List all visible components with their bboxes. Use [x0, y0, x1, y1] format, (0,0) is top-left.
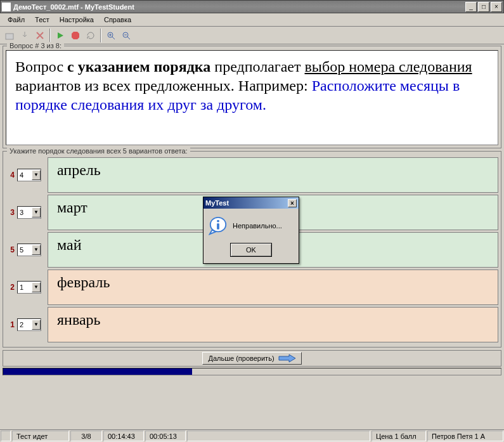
dialog-close-button[interactable]: × — [288, 199, 297, 207]
next-check-button[interactable]: Дальше (проверить) — [202, 352, 301, 365]
status-cell — [187, 431, 370, 441]
window-titlebar: ДемоТест_0002.mtf - MyTestStudent _ □ × — [0, 0, 504, 13]
stop-icon[interactable] — [68, 29, 82, 42]
toolbar-separator — [49, 29, 51, 42]
minimize-button[interactable]: _ — [465, 2, 477, 12]
dropdown-arrow-icon: ▼ — [32, 320, 41, 330]
next-button-panel: Дальше (проверить) — [3, 350, 501, 367]
order-value: 2 — [18, 321, 32, 328]
order-value: 3 — [18, 209, 32, 216]
info-icon — [209, 216, 228, 235]
dialog-body: Неправильно... — [204, 209, 299, 243]
order-select[interactable]: 4▼ — [17, 169, 41, 181]
close-button[interactable]: × — [491, 2, 502, 12]
zoom-out-icon[interactable] — [119, 29, 133, 42]
order-select[interactable]: 3▼ — [17, 206, 41, 219]
dropdown-arrow-icon: ▼ — [32, 245, 41, 255]
answer-card[interactable]: январь — [48, 307, 498, 342]
dropdown-arrow-icon: ▼ — [32, 170, 41, 180]
toolbar — [0, 27, 504, 44]
next-button-label: Дальше (проверить) — [208, 354, 274, 362]
order-select[interactable]: 1▼ — [17, 281, 41, 294]
order-value: 5 — [18, 246, 32, 254]
progress-fill — [3, 368, 192, 375]
open-icon[interactable] — [3, 29, 16, 42]
order-value: 4 — [18, 171, 32, 179]
status-progress: 3/8 — [70, 431, 102, 441]
answer-row: 4 4▼ апрель — [6, 157, 498, 193]
statusbar: Тест идет 3/8 00:14:43 00:05:13 Цена 1 б… — [0, 429, 504, 442]
app-icon — [2, 3, 11, 11]
order-select[interactable]: 5▼ — [17, 244, 41, 256]
svg-marker-1 — [72, 32, 79, 39]
window-title: ДемоТест_0002.mtf - MyTestStudent — [13, 3, 464, 11]
svg-rect-6 — [217, 223, 219, 229]
status-time-question: 00:05:13 — [145, 431, 186, 441]
svg-point-5 — [217, 220, 219, 223]
dialog-title: MyTest — [205, 199, 229, 207]
dialog-actions: OK — [204, 243, 299, 263]
order-value: 1 — [18, 283, 32, 291]
answer-number: 2 — [6, 283, 15, 292]
answer-card[interactable]: апрель — [48, 157, 498, 193]
message-dialog: MyTest × Неправильно... OK — [203, 197, 299, 264]
answer-row: 1 2▼ январь — [6, 307, 498, 342]
status-score: Цена 1 балл — [372, 431, 426, 441]
status-test-running: Тест идет — [12, 431, 69, 441]
toolbar-separator — [100, 29, 101, 42]
answer-row: 2 1▼ февраль — [6, 270, 498, 305]
question-text-part: вариантов из всех предложенных. Например… — [15, 77, 312, 94]
dropdown-arrow-icon: ▼ — [32, 282, 41, 292]
status-cell — [1, 431, 11, 441]
refresh-icon[interactable] — [84, 29, 98, 42]
order-select[interactable]: 2▼ — [17, 318, 41, 331]
question-number-label: Вопрос # 3 из 8: — [7, 42, 64, 49]
menubar: Файл Тест Настройка Справка — [0, 13, 504, 27]
cancel-icon[interactable] — [33, 29, 47, 42]
answers-header-label: Укажите порядок следования всех 5 вариан… — [7, 147, 190, 155]
arrow-right-icon — [278, 354, 296, 363]
question-text-part: Вопрос — [15, 58, 67, 75]
answer-number: 5 — [6, 245, 15, 254]
status-user: Петров Петя 1 А — [427, 431, 503, 441]
question-text: Вопрос с указанием порядка предполагает … — [6, 50, 498, 145]
status-time-total: 00:14:43 — [103, 431, 144, 441]
menu-help[interactable]: Справка — [99, 15, 136, 25]
progress-bar — [3, 368, 501, 375]
menu-test[interactable]: Тест — [30, 15, 55, 25]
dropdown-arrow-icon: ▼ — [32, 207, 41, 218]
question-text-part: предполагает — [210, 58, 304, 75]
answer-number: 4 — [6, 171, 15, 179]
menu-settings[interactable]: Настройка — [55, 15, 99, 25]
svg-rect-0 — [6, 34, 13, 39]
dialog-ok-button[interactable]: OK — [230, 243, 272, 257]
zoom-in-icon[interactable] — [104, 29, 118, 42]
dialog-message: Неправильно... — [233, 222, 282, 230]
question-fieldset: Вопрос # 3 из 8: Вопрос с указанием поря… — [3, 46, 501, 148]
maximize-button[interactable]: □ — [478, 2, 489, 12]
play-icon[interactable] — [53, 29, 67, 42]
download-icon[interactable] — [18, 29, 32, 42]
question-text-bold: с указанием порядка — [67, 58, 210, 75]
answer-card[interactable]: февраль — [48, 270, 498, 305]
menu-file[interactable]: Файл — [3, 15, 30, 25]
answer-number: 3 — [6, 208, 15, 217]
dialog-titlebar: MyTest × — [204, 197, 299, 209]
answer-number: 1 — [6, 320, 15, 329]
question-text-underline: выбор номера следования — [304, 58, 472, 75]
